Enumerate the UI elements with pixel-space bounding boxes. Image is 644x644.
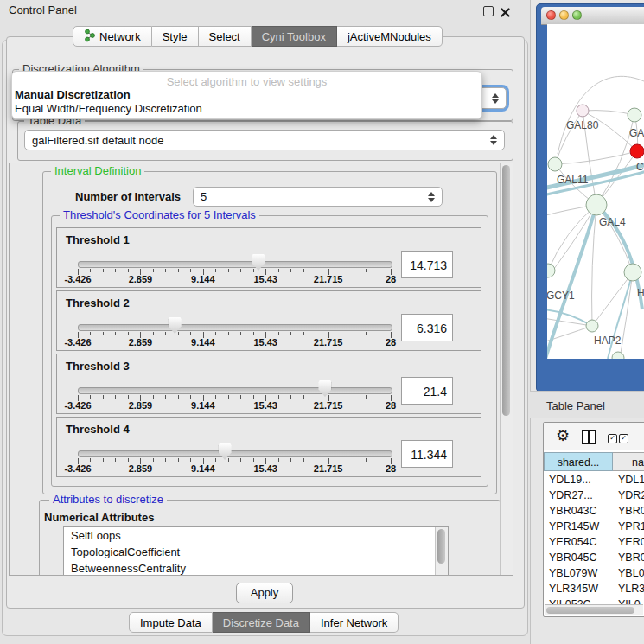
slider-thumb[interactable] <box>219 443 232 460</box>
network-node-hap2[interactable] <box>586 320 598 332</box>
tick-mark <box>341 458 341 462</box>
slider-track[interactable] <box>78 387 392 394</box>
cell-name: YBR0 <box>618 503 644 519</box>
tick-mark <box>354 269 354 272</box>
tick-mark <box>253 458 254 462</box>
attribute-item[interactable]: SelfLoops <box>64 527 448 544</box>
number-of-intervals-combobox[interactable]: 5 <box>193 187 443 207</box>
table-row[interactable]: YBL079W YBL0 <box>544 565 644 581</box>
gear-icon[interactable]: ⚙ <box>556 425 570 446</box>
threshold-label: Threshold 4 <box>66 423 130 436</box>
checkbox-icon[interactable]: ✓ <box>608 434 617 443</box>
tick-mark <box>303 332 304 335</box>
network-node-h[interactable] <box>624 264 641 281</box>
table-row[interactable]: YLR345W YLR3 <box>544 581 644 596</box>
slider-track[interactable] <box>78 261 392 268</box>
horizontal-scrollbar-thumb[interactable] <box>546 607 634 614</box>
threshold-value-field[interactable]: 11.344 <box>401 440 453 468</box>
tick-mark <box>190 395 191 399</box>
tick-label: 9.144 <box>191 337 215 348</box>
threshold-value-field[interactable]: 21.4 <box>401 377 453 405</box>
cell-shared-name: YBL079W <box>549 565 597 581</box>
network-node-ga[interactable] <box>628 108 641 122</box>
network-node-gal11[interactable] <box>548 157 562 171</box>
slider-track[interactable] <box>78 324 392 331</box>
threshold-panel: Threshold 1 -3.4262.8599.14415.4321.7152… <box>56 227 481 288</box>
tab-infer-network[interactable]: Infer Network <box>310 612 399 633</box>
threshold-value-field[interactable]: 14.713 <box>401 251 453 278</box>
bottom-tab-bar: Impute Data Discretize Data Infer Networ… <box>129 612 399 633</box>
numerical-attributes-list: SelfLoopsTopologicalCoefficientBetweenne… <box>63 526 449 576</box>
column-header-shared-name[interactable]: shared... <box>544 452 613 471</box>
tick-mark <box>316 332 316 335</box>
tab-label: Select <box>209 30 240 43</box>
minimize-traffic-light-icon[interactable] <box>559 10 569 20</box>
table-row[interactable]: YBR043C YBR0 <box>544 503 644 519</box>
network-node-gal80[interactable] <box>577 105 589 117</box>
node-label: GCY1 <box>547 290 575 302</box>
table-row[interactable]: YER054C YER0 <box>544 534 644 550</box>
algorithm-dropdown-popup: Select algorithm to view settings Manual… <box>11 71 482 119</box>
tick-mark <box>290 269 291 272</box>
popup-option-equal-width-frequency[interactable]: Equal Width/Frequency Discretization <box>15 102 202 115</box>
control-panel-titlebar: Control Panel <box>0 0 530 21</box>
network-node-gal4[interactable] <box>586 194 607 215</box>
tick-mark <box>316 395 316 399</box>
zoom-traffic-light-icon[interactable] <box>572 10 582 20</box>
tick-mark <box>240 332 241 335</box>
tick-mark <box>366 269 367 272</box>
tick-mark <box>153 269 154 272</box>
threshold-value-field[interactable]: 6.316 <box>401 314 453 341</box>
network-node[interactable] <box>612 352 624 359</box>
network-canvas[interactable]: GAL80GACGAL11GAL4GCY1HHAP2 <box>547 24 644 359</box>
tick-mark <box>366 458 367 462</box>
tick-label: -3.426 <box>64 337 91 348</box>
close-traffic-light-icon[interactable] <box>546 10 556 20</box>
threshold-rows: Threshold 1 -3.4262.8599.14415.4321.7152… <box>51 215 487 485</box>
tab-select[interactable]: Select <box>199 26 252 47</box>
slider-thumb[interactable] <box>318 380 331 397</box>
close-icon[interactable] <box>501 5 510 21</box>
settings-scrollbar[interactable] <box>500 163 513 575</box>
table-row[interactable]: YPR145W YPR1 <box>544 519 644 534</box>
table-row[interactable]: YDR27... YDR2 <box>544 488 644 503</box>
table-data-combobox[interactable]: galFiltered.sif default node <box>24 130 505 150</box>
tab-style[interactable]: Style <box>152 26 199 47</box>
attributes-scrollbar[interactable] <box>435 527 448 576</box>
attribute-item[interactable]: BetweennessCentrality <box>64 560 448 576</box>
apply-button[interactable]: Apply <box>236 583 293 603</box>
tab-impute-data[interactable]: Impute Data <box>129 612 213 633</box>
horizontal-scrollbar[interactable] <box>545 604 643 615</box>
table-toolbar: ⚙ ✓ ✓ <box>544 423 644 450</box>
tab-network[interactable]: Network <box>73 26 152 47</box>
tab-cyni-toolbox[interactable]: Cyni Toolbox <box>252 26 337 47</box>
tick-mark <box>253 395 254 399</box>
tab-discretize-data[interactable]: Discretize Data <box>213 612 310 633</box>
tab-jactivemnodules[interactable]: jActiveMNodules <box>337 26 443 47</box>
tick-mark <box>115 458 116 462</box>
checkbox-icon[interactable]: ✓ <box>619 434 628 443</box>
slider-thumb[interactable] <box>169 317 182 334</box>
tick-mark <box>228 269 229 272</box>
cell-name: YLR3 <box>618 581 644 596</box>
node-label: GAL4 <box>599 216 626 228</box>
table-row[interactable]: YBR045C YBR0 <box>544 550 644 565</box>
node-label: C <box>636 161 644 173</box>
slider-track[interactable] <box>78 450 392 457</box>
attributes-scrollbar-thumb[interactable] <box>437 529 445 564</box>
column-header-name[interactable]: na <box>613 452 644 471</box>
cell-shared-name: YPR145W <box>549 519 599 534</box>
attribute-item[interactable]: TopologicalCoefficient <box>64 544 448 560</box>
tick-mark <box>341 269 341 272</box>
settings-scrollbar-thumb[interactable] <box>502 165 510 416</box>
network-node-c[interactable] <box>630 144 644 158</box>
float-window-icon[interactable] <box>483 6 494 16</box>
tick-mark <box>190 332 191 335</box>
network-window-titlebar <box>541 7 644 25</box>
table-row[interactable]: YDL19... YDL1 <box>544 472 644 488</box>
popup-option-manual-discretization[interactable]: Manual Discretization <box>15 88 131 101</box>
network-icon <box>84 29 95 45</box>
split-columns-icon[interactable] <box>582 430 596 444</box>
tab-label: Infer Network <box>321 616 387 629</box>
network-node-gcy1[interactable] <box>547 264 555 277</box>
